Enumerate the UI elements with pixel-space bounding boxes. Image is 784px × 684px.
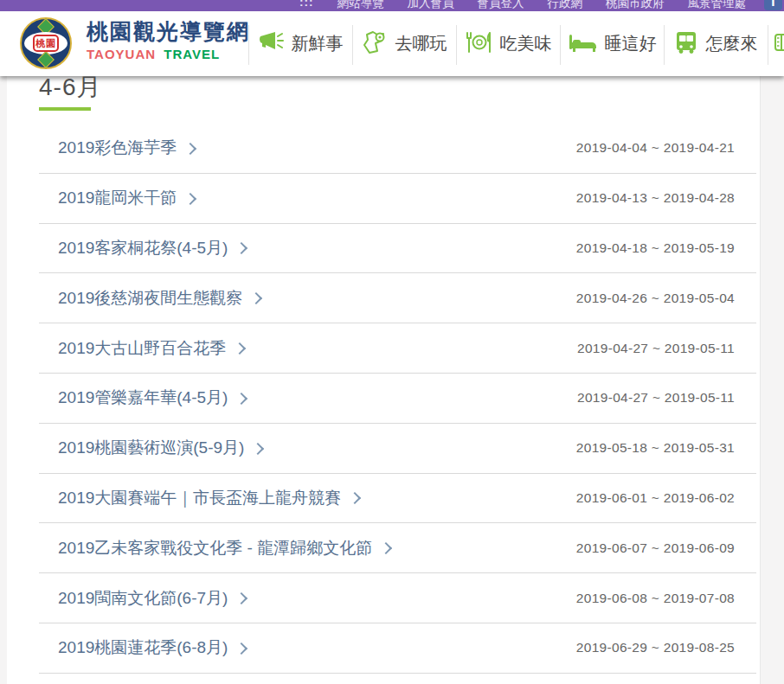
top-utility-bar: ::: 網站導覽 加入會員 會員登入 行政網 桃園市政府 風景管理處 f — [0, 0, 784, 11]
site-header: 桃園 桃園觀光導覽網 TAOYUAN TRAVEL 新鮮事 — [0, 11, 784, 76]
nav-label: 吃美味 — [500, 32, 552, 55]
event-title: 2019管樂嘉年華(4-5月) — [58, 387, 228, 409]
logo-seal: 桃園 — [33, 35, 59, 52]
event-link[interactable]: 2019大園賽端午｜市長盃海上龍舟競賽 — [58, 487, 359, 509]
event-dates: 2019-04-27 ~ 2019-05-11 — [577, 341, 735, 356]
event-title: 2019乙未客家戰役文化季 - 龍潭歸鄉文化節 — [58, 537, 372, 559]
nav-item-where-to-go[interactable]: 去哪玩 — [352, 11, 456, 76]
event-link[interactable]: 2019龍岡米干節 — [58, 187, 195, 209]
event-title: 2019桃園蓮花季(6-8月) — [58, 636, 228, 659]
event-dates: 2019-06-07 ~ 2019-06-09 — [576, 540, 735, 556]
event-link[interactable]: 2019管樂嘉年華(4-5月) — [58, 387, 246, 409]
event-link[interactable]: 2019桃園蓮花季(6-8月) — [58, 636, 246, 659]
event-row: 2019大園賽端午｜市長盃海上龍舟競賽 2019-06-01 ~ 2019-06… — [39, 474, 756, 524]
event-list: 2019彩色海芋季 2019-04-04 ~ 2019-04-21 2019龍岡… — [39, 124, 756, 674]
event-row: 2019乙未客家戰役文化季 - 龍潭歸鄉文化節 2019-06-07 ~ 201… — [39, 523, 756, 573]
event-link[interactable]: 2019後慈湖夜間生態觀察 — [58, 287, 260, 310]
chevron-right-icon — [235, 592, 247, 604]
chevron-right-icon — [250, 292, 262, 304]
event-row: 2019管樂嘉年華(4-5月) 2019-04-27 ~ 2019-05-11 — [39, 374, 756, 424]
nav-label: 怎麼來 — [706, 32, 758, 55]
chevron-right-icon — [235, 242, 247, 254]
chevron-right-icon — [184, 193, 196, 205]
chevron-right-icon — [235, 642, 247, 655]
nav-item-how-to-get-here[interactable]: 怎麼來 — [664, 11, 768, 76]
event-dates: 2019-06-01 ~ 2019-06-02 — [576, 490, 735, 506]
nav-label: 睡這好 — [605, 32, 657, 55]
main-nav: 新鮮事 去哪玩 吃美味 — [248, 11, 784, 76]
event-link[interactable]: 2019客家桐花祭(4-5月) — [58, 237, 246, 259]
event-link[interactable]: 2019桃園藝術巡演(5-9月) — [58, 437, 262, 459]
facebook-icon[interactable]: f — [764, 0, 782, 10]
restaurant-icon — [465, 30, 492, 58]
chevron-right-icon — [234, 342, 246, 355]
event-title: 2019彩色海芋季 — [58, 137, 177, 159]
event-title: 2019閩南文化節(6-7月) — [58, 587, 228, 610]
event-link[interactable]: 2019閩南文化節(6-7月) — [58, 587, 246, 610]
site-title-en-travel: TRAVEL — [164, 47, 220, 61]
site-title-en-taoyuan: TAOYUAN — [87, 47, 156, 61]
utility-link-city-gov[interactable]: 桃園市政府 — [606, 0, 665, 11]
film-icon — [774, 31, 784, 57]
bus-icon — [674, 30, 698, 58]
event-title: 2019客家桐花祭(4-5月) — [58, 237, 228, 259]
megaphone-icon — [258, 30, 284, 57]
event-row: 2019龍岡米干節 2019-04-13 ~ 2019-04-28 — [39, 174, 756, 224]
event-title: 2019龍岡米干節 — [58, 187, 177, 209]
utility-link-scenic-office[interactable]: 風景管理處 — [688, 0, 747, 11]
section-underline — [39, 107, 91, 111]
map-pin-icon — [362, 30, 388, 58]
bed-icon — [568, 31, 597, 57]
event-dates: 2019-06-08 ~ 2019-07-08 — [576, 591, 735, 606]
event-row: 2019大古山野百合花季 2019-04-27 ~ 2019-05-11 — [39, 323, 756, 374]
utility-link-login[interactable]: 會員登入 — [478, 0, 524, 11]
event-link[interactable]: 2019彩色海芋季 — [58, 137, 195, 159]
event-dates: 2019-04-04 ~ 2019-04-21 — [576, 140, 735, 156]
event-row: 2019客家桐花祭(4-5月) 2019-04-18 ~ 2019-05-19 — [39, 224, 756, 274]
event-title: 2019大園賽端午｜市長盃海上龍舟競賽 — [58, 487, 341, 509]
utility-link-register[interactable]: 加入會員 — [408, 0, 454, 11]
utility-link-sitemap[interactable]: 網站導覽 — [337, 0, 384, 11]
event-link[interactable]: 2019大古山野百合花季 — [58, 337, 244, 360]
event-row: 2019閩南文化節(6-7月) 2019-06-08 ~ 2019-07-08 — [39, 573, 756, 623]
nav-item-whats-new[interactable]: 新鮮事 — [248, 11, 352, 76]
event-dates: 2019-04-27 ~ 2019-05-11 — [577, 390, 735, 406]
events-panel: 4-6月 2019彩色海芋季 2019-04-04 ~ 2019-04-21 2… — [7, 76, 761, 684]
event-dates: 2019-05-18 ~ 2019-05-31 — [576, 440, 735, 456]
nav-label: 新鮮事 — [292, 32, 344, 55]
chevron-right-icon — [380, 542, 392, 554]
chevron-right-icon — [252, 443, 264, 455]
event-row: 2019桃園藝術巡演(5-9月) 2019-05-18 ~ 2019-05-31 — [39, 424, 756, 474]
site-title-zh: 桃園觀光導覽網 — [87, 21, 250, 42]
nav-label: 去哪玩 — [395, 32, 447, 55]
chevron-right-icon — [184, 143, 196, 155]
event-dates: 2019-06-29 ~ 2019-08-25 — [576, 640, 735, 655]
event-row: 2019桃園蓮花季(6-8月) 2019-06-29 ~ 2019-08-25 — [39, 623, 756, 674]
nav-item-sleep[interactable]: 睡這好 — [560, 11, 664, 76]
event-dates: 2019-04-26 ~ 2019-05-04 — [576, 291, 735, 306]
nav-item-partial[interactable] — [768, 11, 784, 76]
event-dates: 2019-04-13 ~ 2019-04-28 — [576, 190, 735, 206]
event-row: 2019後慈湖夜間生態觀察 2019-04-26 ~ 2019-05-04 — [39, 273, 756, 323]
accessibility-skip-link[interactable]: ::: — [299, 0, 314, 9]
nav-item-eat[interactable]: 吃美味 — [456, 11, 560, 76]
event-title: 2019大古山野百合花季 — [58, 337, 226, 360]
taoyuan-logo[interactable]: 桃園 — [20, 17, 72, 69]
site-title-en: TAOYUAN TRAVEL — [87, 48, 250, 61]
utility-link-admin[interactable]: 行政網 — [548, 0, 583, 11]
event-row: 2019彩色海芋季 2019-04-04 ~ 2019-04-21 — [39, 124, 756, 174]
event-link[interactable]: 2019乙未客家戰役文化季 - 龍潭歸鄉文化節 — [58, 537, 390, 559]
event-title: 2019後慈湖夜間生態觀察 — [58, 287, 242, 310]
event-dates: 2019-04-18 ~ 2019-05-19 — [576, 240, 735, 256]
event-title: 2019桃園藝術巡演(5-9月) — [58, 437, 244, 459]
site-title-block[interactable]: 桃園觀光導覽網 TAOYUAN TRAVEL — [87, 21, 250, 61]
chevron-right-icon — [349, 492, 361, 504]
utility-links: ::: 網站導覽 加入會員 會員登入 行政網 桃園市政府 風景管理處 — [299, 0, 746, 11]
chevron-right-icon — [235, 393, 247, 405]
